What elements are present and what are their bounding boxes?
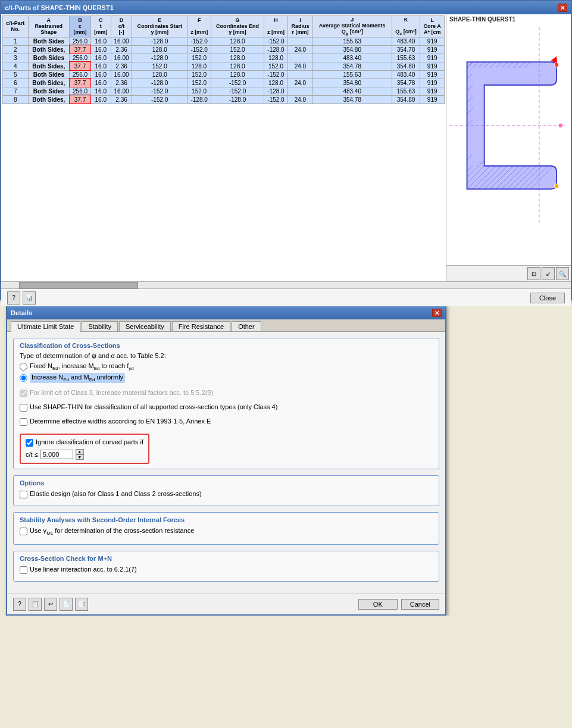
cell-col-2: 256.0 [70, 87, 91, 95]
checkbox-limit-ct-input[interactable] [20, 390, 27, 397]
checkbox-shape-thin-label: Use SHAPE-THIN for classification of all… [30, 403, 277, 411]
cell-col-9: 24.0 [288, 45, 312, 54]
close-button[interactable]: Close [530, 293, 565, 303]
ct-close-btn[interactable]: ✕ [558, 4, 567, 12]
spinner-up-btn[interactable]: ▲ [76, 449, 84, 454]
shape-svg [449, 27, 565, 224]
tab-stability[interactable]: Stability [82, 321, 118, 331]
ct-horizontal-scrollbar[interactable] [1, 281, 571, 288]
cell-col-6: 152.0 [187, 87, 211, 95]
cell-col-4: 16.00 [111, 37, 132, 45]
checkbox-ignore-curved-input[interactable] [26, 439, 33, 447]
col-header-i: IRadiusr [mm] [288, 16, 312, 37]
cell-col-8: -152.0 [264, 95, 287, 103]
cell-col-9 [288, 70, 312, 79]
zoom-fit-btn[interactable]: ⊡ [527, 267, 540, 280]
cit-row: c/t ≤ ▲ ▼ [26, 449, 143, 460]
details-btn5[interactable]: 📑 [75, 598, 88, 611]
radio-increase-uniform: Increase NEd and MEd uniformly [20, 373, 433, 383]
cell-col-5: -128.0 [132, 37, 187, 45]
cell-col-3: 16.0 [90, 45, 111, 54]
svg-point-37 [554, 62, 559, 67]
cell-col-12: 919 [420, 54, 445, 62]
cell-col-2: 37.7 [70, 95, 91, 103]
cancel-button[interactable]: Cancel [401, 599, 439, 610]
spinner-down-btn[interactable]: ▼ [76, 454, 84, 460]
col-header-d: Dc/t[-] [111, 16, 132, 37]
details-window: Details ✕ Ultimate Limit State Stability… [6, 305, 446, 616]
details-btn3[interactable]: ↩ [44, 598, 57, 611]
details-close-btn[interactable]: ✕ [432, 309, 442, 317]
cell-no: 3 [3, 54, 29, 62]
table-row[interactable]: 6Both Sides,37.716.02.36-128.0152.0-152.… [3, 79, 445, 87]
cell-col-3: 16.0 [90, 54, 111, 62]
help-btn[interactable]: ? [7, 291, 20, 305]
cell-col-5: -128.0 [132, 54, 187, 62]
cit-value-input[interactable] [40, 450, 73, 459]
zoom-magnify-btn[interactable]: 🔍 [556, 267, 569, 280]
cell-col-8: -152.0 [264, 37, 287, 45]
cross-section-section: Cross-Section Check for M+N Use linear i… [13, 551, 439, 582]
zoom-out-btn[interactable]: ↙ [542, 267, 555, 280]
checkbox-effective-widths-input[interactable] [20, 418, 27, 426]
details-btn4[interactable]: 📄 [60, 598, 73, 611]
cell-col-3: 16.0 [90, 87, 111, 95]
cell-col-9: 24.0 [288, 62, 312, 70]
col-header-j: JAverage Statical MomentsQy [cm³] [312, 16, 392, 37]
tab-fire-resistance[interactable]: Fire Resistance [172, 321, 230, 331]
ct-footer: ? 📊 Close [1, 288, 571, 306]
table-row[interactable]: 3Both Sides256.016.016.00-128.0152.0128.… [3, 54, 445, 62]
col-header-c: Ct[mm] [90, 16, 111, 37]
cross-section-title: Cross-Section Check for M+N [20, 555, 433, 562]
ok-button[interactable]: OK [358, 599, 398, 610]
details-footer-buttons: ? 📋 ↩ 📄 📑 [13, 598, 88, 611]
cell-col-3: 16.0 [90, 79, 111, 87]
checkbox-elastic-design-input[interactable] [20, 491, 27, 498]
table-row[interactable]: 4Both Sides,37.716.02.36152.0128.0128.01… [3, 62, 445, 70]
radio-increase-uniform-input[interactable] [20, 374, 27, 382]
cell-col-2: 37.7 [70, 79, 91, 87]
type-label: Type of determination of ψ and α acc. to… [20, 352, 433, 359]
cell-col-1: Both Sides, [28, 45, 70, 54]
svg-point-38 [554, 184, 559, 189]
checkbox-shape-thin-input[interactable] [20, 404, 27, 412]
cit-label: c/t ≤ [26, 451, 38, 458]
details-btn2[interactable]: 📋 [29, 598, 42, 611]
cell-col-5: -152.0 [132, 95, 187, 103]
details-tabs: Ultimate Limit State Stability Serviceab… [7, 319, 445, 332]
checkbox-elastic-design-label: Elastic design (also for Class 1 and Cla… [30, 489, 202, 498]
table-row[interactable]: 5Both Sides256.016.016.00128.0152.0128.0… [3, 70, 445, 79]
cell-no: 6 [3, 79, 29, 87]
table-row[interactable]: 1Both Sides256.016.016.00-128.0-152.0128… [3, 37, 445, 45]
details-help-btn[interactable]: ? [13, 598, 26, 611]
preview-toolbar: ⊡ ↙ 🔍 [446, 265, 571, 281]
cell-col-6: 128.0 [187, 62, 211, 70]
stability-title: Stability Analyses with Second-Order Int… [20, 516, 433, 523]
export-btn[interactable]: 📊 [23, 291, 36, 305]
checkbox-linear-interaction: Use linear interaction acc. to 6.2.1(7) [20, 565, 433, 574]
table-row[interactable]: 2Both Sides,37.716.02.36128.0-152.0152.0… [3, 45, 445, 54]
tab-other[interactable]: Other [232, 321, 261, 331]
cell-col-10: 354.78 [312, 62, 392, 70]
cell-col-12: 919 [420, 37, 445, 45]
cell-col-2: 256.0 [70, 37, 91, 45]
tab-ultimate-limit-state[interactable]: Ultimate Limit State [11, 321, 80, 332]
checkbox-gamma-m1: Use γM1 for determination of the cross-s… [20, 526, 433, 537]
table-row[interactable]: 7Both Sides256.016.016.00-152.0152.0-152… [3, 87, 445, 95]
scrollbar-thumb[interactable] [19, 282, 138, 289]
checkbox-linear-interaction-input[interactable] [20, 566, 27, 574]
cell-col-4: 2.36 [111, 62, 132, 70]
cell-col-7: -152.0 [211, 87, 264, 95]
cell-no: 2 [3, 45, 29, 54]
col-header-g: GCoordinates Endy [mm] [211, 16, 264, 37]
stability-section: Stability Analyses with Second-Order Int… [13, 512, 439, 545]
cell-col-5: 128.0 [132, 70, 187, 79]
cell-no: 7 [3, 87, 29, 95]
cell-col-10: 354.80 [312, 45, 392, 54]
radio-fixed-ned: Fixed NEd, increase MEd to reach fyd [20, 362, 433, 371]
table-row[interactable]: 8Both Sides,37.716.02.36-152.0-128.0-128… [3, 95, 445, 103]
checkbox-ignore-curved: Ignore classification of curved parts if [26, 438, 143, 447]
tab-serviceability[interactable]: Serviceability [119, 321, 171, 331]
radio-fixed-ned-input[interactable] [20, 363, 27, 371]
checkbox-gamma-m1-input[interactable] [20, 528, 27, 535]
